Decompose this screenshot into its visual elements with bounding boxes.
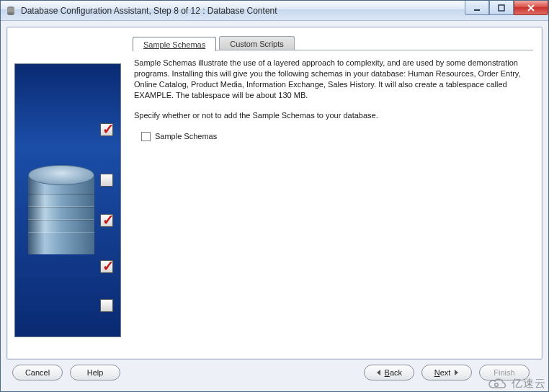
- database-cylinder-icon: [28, 165, 94, 259]
- window-title: Database Configuration Assistant, Step 8…: [21, 6, 277, 16]
- progress-step-5: [100, 299, 113, 312]
- sample-schemas-option[interactable]: Sample Schemas: [141, 131, 529, 142]
- description-paragraph-2: Specify whether or not to add the Sample…: [134, 110, 529, 121]
- watermark: 亿速云: [487, 377, 546, 391]
- window-buttons: [465, 1, 548, 20]
- tab-bar: Sample SchemasCustom Scripts: [133, 35, 533, 50]
- maximize-button[interactable]: [489, 1, 514, 15]
- back-button[interactable]: Back: [364, 365, 414, 380]
- titlebar: Database Configuration Assistant, Step 8…: [1, 1, 548, 21]
- wizard-footer: Cancel Help Back Next Finish: [6, 360, 543, 386]
- svg-rect-3: [474, 9, 480, 11]
- progress-step-2: [100, 174, 113, 187]
- svg-point-5: [495, 383, 499, 386]
- checkmark-icon: ✓: [102, 257, 115, 275]
- window-frame: Database Configuration Assistant, Step 8…: [0, 0, 549, 392]
- svg-point-2: [7, 12, 14, 15]
- minimize-button[interactable]: [465, 1, 489, 15]
- progress-step-3: ✓: [100, 214, 113, 227]
- client-area: ✓✓✓ Sample SchemasCustom Scripts Sample …: [1, 21, 548, 391]
- checkmark-icon: ✓: [102, 120, 115, 138]
- sample-schemas-checkbox[interactable]: [141, 132, 151, 141]
- content-area: Sample SchemasCustom Scripts Sample Sche…: [133, 35, 533, 352]
- close-button[interactable]: [514, 1, 548, 15]
- cancel-button[interactable]: Cancel: [12, 365, 63, 380]
- main-panel: ✓✓✓ Sample SchemasCustom Scripts Sample …: [6, 27, 543, 360]
- help-button[interactable]: Help: [70, 365, 120, 380]
- cloud-icon: [487, 378, 507, 391]
- svg-rect-4: [499, 5, 504, 11]
- sample-schemas-label: Sample Schemas: [155, 131, 217, 142]
- description-paragraph-1: Sample Schemas illustrate the use of a l…: [134, 58, 529, 100]
- next-button[interactable]: Next: [421, 365, 472, 380]
- tab-custom-scripts[interactable]: Custom Scripts: [219, 36, 295, 50]
- checkmark-icon: ✓: [102, 211, 115, 228]
- watermark-text: 亿速云: [512, 377, 546, 391]
- tab-body: Sample Schemas illustrate the use of a l…: [133, 50, 533, 352]
- tab-sample-schemas[interactable]: Sample Schemas: [133, 37, 216, 51]
- wizard-side-image: ✓✓✓: [14, 63, 121, 337]
- progress-step-4: ✓: [100, 260, 113, 273]
- progress-step-1: ✓: [100, 123, 113, 136]
- app-icon: [5, 5, 17, 17]
